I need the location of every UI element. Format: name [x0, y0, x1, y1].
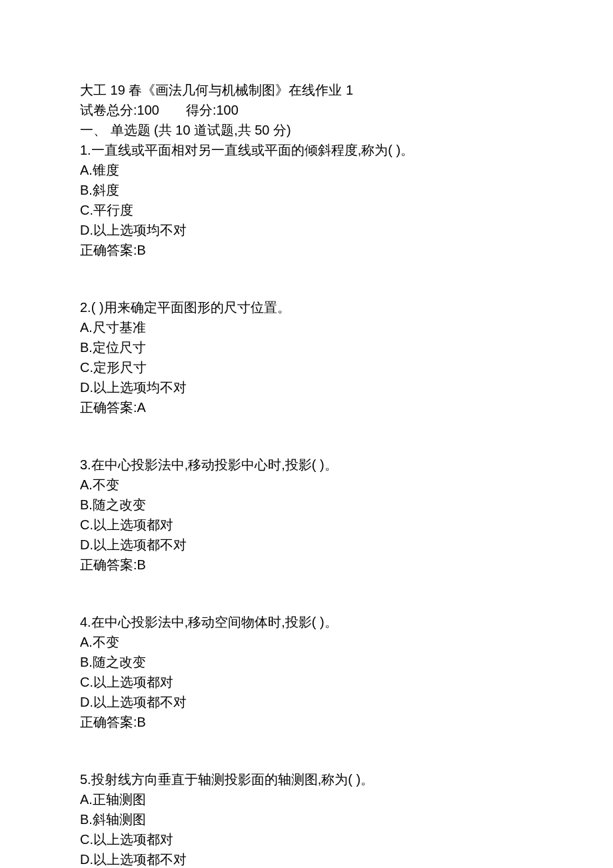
document-page: 大工 19 春《画法几何与机械制图》在线作业 1 试卷总分:100得分:100 …: [0, 0, 613, 868]
question-stem: 4.在中心投影法中,移动空间物体时,投影( )。: [80, 612, 533, 632]
question-option: A.锥度: [80, 160, 533, 180]
exam-title: 大工 19 春《画法几何与机械制图》在线作业 1: [80, 80, 533, 100]
total-score-label: 试卷总分:: [80, 103, 137, 117]
question-option: B.定位尺寸: [80, 337, 533, 357]
total-score-value: 100: [137, 103, 159, 117]
question-option: C.以上选项都对: [80, 672, 533, 692]
question-option: B.斜度: [80, 180, 533, 200]
question-answer: 正确答案:A: [80, 397, 533, 417]
question-option: D.以上选项都不对: [80, 692, 533, 712]
question-option: C.定形尺寸: [80, 357, 533, 377]
question-option: D.以上选项都不对: [80, 535, 533, 555]
question-answer: 正确答案:B: [80, 240, 533, 260]
question-option: B.斜轴测图: [80, 809, 533, 829]
question-stem: 5.投射线方向垂直于轴测投影面的轴测图,称为( )。: [80, 769, 533, 789]
question-stem: 1.一直线或平面相对另一直线或平面的倾斜程度,称为( )。: [80, 140, 533, 160]
question-option: A.尺寸基准: [80, 317, 533, 337]
spacer: [80, 575, 533, 612]
question-option: C.以上选项都对: [80, 515, 533, 535]
question-answer: 正确答案:B: [80, 712, 533, 732]
question-option: D.以上选项均不对: [80, 220, 533, 240]
question-option: D.以上选项都不对: [80, 849, 533, 868]
question-option: C.以上选项都对: [80, 829, 533, 849]
question-option: A.不变: [80, 475, 533, 495]
spacer: [80, 417, 533, 455]
score-line: 试卷总分:100得分:100: [80, 100, 533, 120]
question-option: C.平行度: [80, 200, 533, 220]
earned-score-value: 100: [217, 103, 239, 117]
spacer: [80, 260, 533, 297]
earned-score-label: 得分:: [186, 103, 217, 117]
question-option: A.不变: [80, 632, 533, 652]
section-heading: 一、 单选题 (共 10 道试题,共 50 分): [80, 120, 533, 140]
question-stem: 3.在中心投影法中,移动投影中心时,投影( )。: [80, 455, 533, 475]
spacer: [80, 732, 533, 769]
question-option: D.以上选项均不对: [80, 377, 533, 397]
question-answer: 正确答案:B: [80, 555, 533, 575]
question-option: B.随之改变: [80, 495, 533, 515]
question-stem: 2.( )用来确定平面图形的尺寸位置。: [80, 297, 533, 317]
question-option: B.随之改变: [80, 652, 533, 672]
question-option: A.正轴测图: [80, 789, 533, 809]
